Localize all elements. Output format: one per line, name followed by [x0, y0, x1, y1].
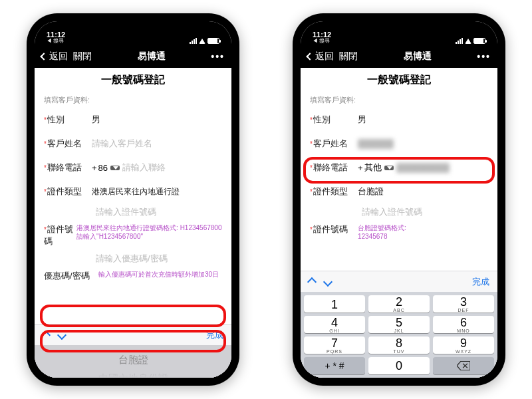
row-phone[interactable]: *聯絡電話 + 86 請輸入聯絡 [35, 156, 231, 180]
promo-hint: 輸入優惠碼可於首次充值時額外增加30日 [98, 270, 219, 279]
nav-back[interactable]: 返回 [315, 51, 334, 63]
row-doc-no: *證件號碼 台胞證號碼格式: 12345678 [301, 221, 497, 245]
key-7[interactable]: 7PQRS [304, 336, 365, 354]
status-back-search[interactable]: ◀ 搜尋 [313, 39, 330, 44]
key-6[interactable]: 6MNO [433, 316, 494, 333]
screen-right: 11:12 ◀ 搜尋 返回 關閉 易博通 ••• 一般號碼登記 填寫客戶資料: … [301, 21, 497, 378]
nav-back[interactable]: 返回 [49, 51, 68, 63]
name-value-redacted: xxxx [358, 139, 394, 149]
key-backspace[interactable] [433, 357, 494, 374]
name-label: 客戶姓名 [47, 138, 82, 148]
signal-icon [190, 38, 197, 44]
key-5[interactable]: 5JKL [368, 316, 430, 333]
gender-label: 性別 [313, 114, 331, 124]
name-label: 客戶姓名 [313, 138, 348, 148]
key-symbols[interactable]: + * # [304, 357, 365, 374]
nav-bar: 返回 關閉 易博通 ••• [301, 45, 497, 68]
nav-title: 易博通 [404, 51, 432, 63]
country-code-select[interactable] [384, 166, 394, 170]
promo-placeholder[interactable]: 請輸入優惠碼/密碼 [96, 253, 222, 265]
doc-no-hint: 港澳居民來往內地通行證號碼格式: H1234567800 請輸入"H123456… [76, 223, 222, 241]
key-2[interactable]: 2ABC [368, 295, 430, 313]
prev-field-icon[interactable] [307, 277, 317, 286]
key-3[interactable]: 3DEF [433, 295, 494, 313]
nav-close[interactable]: 關閉 [73, 51, 92, 63]
picker-option[interactable]: 中國內地身份證 [35, 369, 231, 378]
status-icons [456, 38, 485, 44]
row-doc-no: *證件號碼 港澳居民來往內地通行證號碼格式: H1234567800 請輸入"H… [35, 221, 231, 250]
row-doc-type[interactable]: *證件類型 台胞證 [301, 180, 497, 203]
doc-no-label: 證件號碼 [313, 224, 348, 234]
phone-cc: 其他 [364, 162, 382, 174]
picker-wheel[interactable]: 台胞證 中國內地身份證 passport [35, 345, 231, 378]
phone-label: 聯絡電話 [47, 162, 82, 172]
row-phone[interactable]: *聯絡電話 + 其他 xxxxxxxx [301, 156, 497, 180]
key-1[interactable]: 1 [304, 295, 365, 313]
phone-prefix: + [358, 163, 363, 173]
row-promo-ph[interactable]: 請輸入優惠碼/密碼 [35, 250, 231, 267]
row-gender[interactable]: *性別 男 [35, 108, 231, 132]
phone-prefix: + [92, 163, 97, 173]
doc-type-label: 證件類型 [47, 186, 82, 196]
key-4[interactable]: 4GHI [304, 316, 365, 333]
doc-type-label: 證件類型 [313, 186, 348, 196]
nav-close[interactable]: 關閉 [339, 51, 358, 63]
key-0[interactable]: 0 [368, 357, 430, 374]
doc-no-placeholder[interactable]: 請輸入證件號碼 [362, 206, 488, 218]
key-9[interactable]: 9WXYZ [433, 336, 494, 354]
phone-value-redacted: xxxxxxxx [396, 163, 450, 173]
phone-cc: 86 [98, 163, 108, 173]
row-gender[interactable]: *性別 男 [301, 108, 497, 132]
row-name[interactable]: *客戶姓名 請輸入客戶姓名 [35, 132, 231, 156]
key-8[interactable]: 8TUV [368, 336, 430, 354]
picker-option[interactable]: 台胞證 [35, 350, 231, 369]
doc-no-placeholder[interactable]: 請輸入證件號碼 [96, 206, 222, 218]
page-title: 一般號碼登記 [301, 68, 497, 91]
phone-placeholder[interactable]: 請輸入聯絡 [122, 162, 222, 174]
backspace-icon [457, 361, 470, 370]
done-button[interactable]: 完成 [472, 276, 489, 288]
row-doc-no-ph[interactable]: 請輸入證件號碼 [301, 203, 497, 221]
doc-type-value: 港澳居民來往內地通行證 [92, 186, 222, 198]
gender-value: 男 [92, 114, 222, 126]
phone-left: 11:12 ◀ 搜尋 返回 關閉 易博通 ••• 一般號碼登記 填寫客戶資料: … [27, 13, 239, 386]
phone-label: 聯絡電話 [313, 162, 348, 172]
prev-field-icon[interactable] [41, 330, 51, 339]
country-code-select[interactable] [110, 166, 120, 170]
keyboard-accessory: 完成 [301, 271, 497, 292]
gender-value: 男 [358, 114, 488, 126]
nav-more[interactable]: ••• [477, 51, 491, 62]
done-button[interactable]: 完成 [206, 329, 223, 341]
section-label: 填寫客戶資料: [35, 91, 231, 108]
nav-title: 易博通 [138, 51, 166, 63]
doc-no-hint: 台胞證號碼格式: 12345678 [358, 223, 406, 241]
numeric-keypad: 1 2ABC 3DEF 4GHI 5JKL 6MNO 7PQRS 8TUV 9W… [301, 292, 497, 378]
gender-label: 性別 [47, 114, 65, 124]
chevron-down-icon [113, 166, 118, 170]
battery-icon [473, 38, 485, 44]
back-icon[interactable] [306, 53, 313, 60]
row-name[interactable]: *客戶姓名 xxxx [301, 132, 497, 156]
signal-icon [456, 38, 463, 44]
nav-bar: 返回 關閉 易博通 ••• [35, 45, 231, 68]
section-label: 填寫客戶資料: [301, 91, 497, 108]
screen-left: 11:12 ◀ 搜尋 返回 關閉 易博通 ••• 一般號碼登記 填寫客戶資料: … [35, 21, 231, 378]
wifi-icon [465, 39, 471, 44]
doc-type-value: 台胞證 [358, 186, 488, 198]
row-doc-no-ph[interactable]: 請輸入證件號碼 [35, 203, 231, 221]
promo-label: 優惠碼/密碼 [44, 271, 90, 281]
keyboard-accessory: 完成 [35, 324, 231, 345]
next-field-icon[interactable] [323, 277, 332, 286]
status-back-search[interactable]: ◀ 搜尋 [47, 39, 64, 44]
name-placeholder[interactable]: 請輸入客戶姓名 [92, 138, 222, 150]
wifi-icon [199, 39, 205, 44]
next-field-icon[interactable] [57, 330, 66, 339]
row-doc-type[interactable]: *證件類型 港澳居民來往內地通行證 [35, 180, 231, 203]
notch [86, 13, 180, 28]
phone-right: 11:12 ◀ 搜尋 返回 關閉 易博通 ••• 一般號碼登記 填寫客戶資料: … [293, 13, 505, 386]
battery-icon [207, 38, 219, 44]
page-title: 一般號碼登記 [35, 68, 231, 91]
row-promo: 優惠碼/密碼 輸入優惠碼可於首次充值時額外增加30日 [35, 267, 231, 291]
back-icon[interactable] [40, 53, 47, 60]
nav-more[interactable]: ••• [211, 51, 225, 62]
